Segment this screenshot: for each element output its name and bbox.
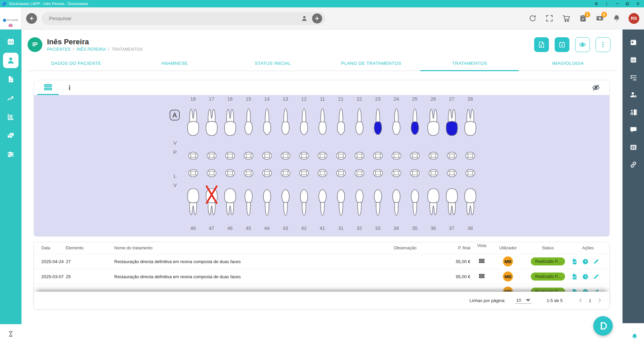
cart-icon[interactable] bbox=[561, 14, 571, 23]
sidebar-item-settings[interactable] bbox=[1, 145, 20, 164]
tooth-23-occlusal[interactable] bbox=[371, 151, 385, 160]
pdf-icon[interactable]: PDF bbox=[571, 273, 578, 280]
eye-off-icon[interactable] bbox=[592, 84, 600, 92]
tooth-47[interactable] bbox=[204, 184, 219, 218]
status-badge[interactable]: Realizado P... bbox=[531, 273, 565, 281]
fullscreen-icon[interactable] bbox=[545, 14, 554, 23]
tooth-36[interactable] bbox=[426, 184, 441, 218]
tooth-35-occlusal[interactable] bbox=[407, 168, 422, 178]
tooth-26[interactable] bbox=[426, 106, 441, 141]
user-avatar[interactable]: RS bbox=[629, 13, 639, 24]
edit-pencil-icon[interactable] bbox=[593, 273, 599, 280]
tooth-46[interactable] bbox=[223, 184, 238, 218]
tooth-38-occlusal[interactable] bbox=[463, 168, 478, 178]
window-close-button[interactable] bbox=[636, 2, 640, 6]
utilizador-avatar[interactable]: MB bbox=[503, 272, 513, 282]
search-input[interactable] bbox=[49, 15, 297, 21]
checklist-icon[interactable] bbox=[625, 68, 642, 86]
browser-menu-icon[interactable] bbox=[604, 2, 609, 6]
tab-plano-de-tratamentos[interactable]: PLANO DE TRATAMENTOS bbox=[322, 56, 420, 71]
history-icon[interactable] bbox=[582, 273, 589, 280]
tab-imagiologia[interactable]: IMAGIOLOGIA bbox=[519, 56, 617, 71]
day-calendar-icon[interactable] bbox=[625, 34, 642, 51]
sidebar-item-messages[interactable] bbox=[1, 126, 20, 145]
news-icon[interactable] bbox=[625, 138, 642, 156]
tooth-41-occlusal[interactable] bbox=[315, 168, 330, 178]
tooth-24[interactable] bbox=[389, 106, 404, 141]
tooth-41[interactable] bbox=[315, 184, 330, 218]
tooth-17-occlusal[interactable] bbox=[204, 151, 219, 160]
breadcrumb-pacientes[interactable]: PACIENTES bbox=[47, 47, 71, 52]
edit-pencil-icon[interactable] bbox=[593, 288, 599, 292]
utilizador-avatar[interactable]: MB bbox=[503, 256, 513, 266]
tooth-14[interactable] bbox=[260, 106, 274, 141]
breadcrumb-patient-name[interactable]: INÊS PEREIRA bbox=[76, 47, 106, 52]
tooth-25-occlusal[interactable] bbox=[407, 151, 422, 160]
tooth-12-occlusal[interactable] bbox=[297, 151, 311, 160]
search-patient-icon[interactable] bbox=[301, 15, 308, 22]
payments-icon[interactable]: 2 bbox=[595, 14, 604, 23]
tooth-38[interactable] bbox=[463, 184, 478, 218]
notification-bell-corner-icon[interactable] bbox=[631, 333, 638, 342]
denture-icon[interactable] bbox=[478, 274, 485, 280]
denture-icon[interactable] bbox=[478, 258, 485, 264]
tooth-13-occlusal[interactable] bbox=[278, 151, 293, 160]
status-badge[interactable]: Realizado P... bbox=[531, 288, 565, 292]
tooth-28[interactable] bbox=[463, 106, 478, 141]
tab-anamnese[interactable]: ANAMNESE bbox=[125, 56, 224, 71]
history-icon[interactable] bbox=[582, 258, 589, 265]
tasks-clipboard-icon[interactable]: 1 bbox=[578, 14, 588, 23]
tooth-13[interactable] bbox=[278, 106, 293, 141]
tooth-17[interactable] bbox=[204, 106, 219, 141]
tooth-43[interactable] bbox=[278, 184, 293, 218]
month-calendar-icon[interactable] bbox=[625, 51, 642, 68]
invoice-button[interactable]: $ bbox=[534, 37, 549, 52]
tooth-27-occlusal[interactable] bbox=[444, 151, 459, 160]
tooth-32[interactable] bbox=[352, 184, 367, 218]
prev-page-button[interactable] bbox=[577, 297, 584, 303]
tooth-11[interactable] bbox=[315, 106, 330, 141]
more-options-button[interactable] bbox=[596, 37, 610, 52]
links-chain-icon[interactable] bbox=[625, 156, 642, 173]
pdf-icon[interactable]: PDF bbox=[571, 288, 578, 292]
tooth-16[interactable] bbox=[223, 106, 238, 141]
sidebar-item-patients[interactable] bbox=[3, 53, 18, 68]
tooth-42[interactable] bbox=[297, 184, 311, 218]
checkin-door-icon[interactable] bbox=[625, 103, 642, 121]
notifications-bell-icon[interactable] bbox=[612, 14, 621, 23]
back-button[interactable] bbox=[26, 13, 37, 24]
table-row[interactable]: MBRealizado P...PDF bbox=[34, 284, 609, 292]
tooth-43-occlusal[interactable] bbox=[278, 168, 293, 178]
view-button[interactable] bbox=[575, 37, 590, 52]
doctusware-fab-button[interactable] bbox=[593, 316, 613, 336]
tab-status-inicial[interactable]: STATUS INICIAL bbox=[224, 56, 322, 71]
tooth-33-occlusal[interactable] bbox=[371, 168, 385, 178]
tooth-21[interactable] bbox=[334, 106, 348, 141]
tooth-12[interactable] bbox=[297, 106, 311, 141]
history-icon[interactable] bbox=[582, 288, 589, 292]
odontogram-teeth-tab[interactable] bbox=[37, 80, 59, 95]
tooth-45[interactable] bbox=[241, 184, 256, 218]
extension-puzzle-icon[interactable] bbox=[594, 2, 598, 6]
tooth-28-occlusal[interactable] bbox=[463, 151, 478, 160]
tooth-16-occlusal[interactable] bbox=[223, 151, 238, 160]
tooth-46-occlusal[interactable] bbox=[223, 168, 238, 178]
tooth-45-occlusal[interactable] bbox=[241, 168, 256, 178]
tooth-14-occlusal[interactable] bbox=[260, 151, 274, 160]
tooth-31[interactable] bbox=[334, 184, 348, 218]
sidebar-item-reports[interactable] bbox=[1, 107, 20, 126]
tooth-33[interactable] bbox=[371, 184, 385, 218]
tooth-18-occlusal[interactable] bbox=[186, 151, 201, 160]
tooth-18[interactable] bbox=[186, 106, 201, 141]
tooth-37-occlusal[interactable] bbox=[444, 168, 459, 178]
tooth-42-occlusal[interactable] bbox=[297, 168, 311, 178]
patient-waiting-icon[interactable] bbox=[625, 86, 642, 103]
tooth-27[interactable] bbox=[444, 106, 459, 141]
table-row[interactable]: 2025-03-0725Restauração directa definiti… bbox=[34, 269, 609, 284]
search-go-icon[interactable] bbox=[312, 13, 322, 23]
tooth-34[interactable] bbox=[389, 184, 404, 218]
tooth-44[interactable] bbox=[260, 184, 274, 218]
window-minimize-button[interactable] bbox=[615, 2, 619, 6]
sidebar-item-statistics[interactable] bbox=[1, 89, 20, 107]
tooth-37[interactable] bbox=[444, 184, 459, 218]
